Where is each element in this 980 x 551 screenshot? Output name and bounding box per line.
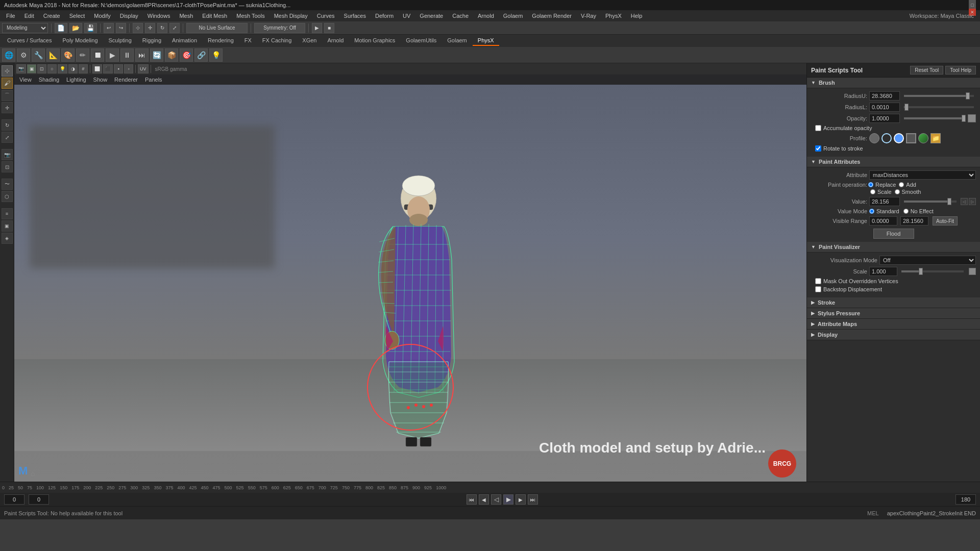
menu-arnold[interactable]: Arnold xyxy=(474,12,498,20)
no-live-surface-button[interactable]: No Live Surface xyxy=(186,23,248,33)
maximize-button[interactable]: □ xyxy=(969,2,976,9)
vp-side-icon[interactable]: ▪ xyxy=(114,64,123,73)
prev-frame-button[interactable]: ◀ xyxy=(479,494,489,505)
shelf-btn-4[interactable]: 📐 xyxy=(46,48,60,62)
lasso-button[interactable]: ⌒ xyxy=(2,90,13,101)
value-decrement[interactable]: ◁ xyxy=(961,198,968,205)
menu-select[interactable]: Select xyxy=(65,12,89,20)
menu-golaem-render[interactable]: Golaem Render xyxy=(528,12,576,20)
symmetry-button[interactable]: Symmetry: Off xyxy=(254,23,305,33)
vp-camera-icon[interactable]: 📷 xyxy=(16,64,26,73)
smooth-option[interactable]: Smooth xyxy=(895,189,921,195)
menu-deform[interactable]: Deform xyxy=(371,12,398,20)
polygon-button[interactable]: ⬡ xyxy=(2,191,13,202)
shelf-btn-9[interactable]: ⏸ xyxy=(120,48,134,62)
menu-create[interactable]: Create xyxy=(39,12,64,20)
skip-to-start-button[interactable]: ⏮ xyxy=(467,494,477,505)
replace-radio[interactable] xyxy=(868,182,873,187)
menu-cache[interactable]: Cache xyxy=(448,12,473,20)
radius-l-input[interactable] xyxy=(869,103,900,112)
radius-u-thumb[interactable] xyxy=(966,92,970,99)
menu-help[interactable]: Help xyxy=(627,12,647,20)
reset-tool-button[interactable]: Reset Tool xyxy=(910,66,943,74)
opacity-slider[interactable] xyxy=(904,117,963,119)
vp-smooth-icon[interactable]: ○ xyxy=(47,64,57,73)
play-button[interactable]: ▶ xyxy=(312,23,322,33)
brush-section-header[interactable]: ▼ Brush xyxy=(807,78,980,88)
shelf-btn-13[interactable]: 🎯 xyxy=(180,48,193,62)
vp-shading-icon[interactable]: ▣ xyxy=(27,64,36,73)
menu-file[interactable]: File xyxy=(2,12,19,20)
scale-radio[interactable] xyxy=(870,189,875,194)
shelf-btn-7[interactable]: 🔲 xyxy=(91,48,104,62)
replace-option[interactable]: Replace xyxy=(868,182,896,188)
value-increment[interactable]: ▷ xyxy=(969,198,976,205)
rotate-tool-button[interactable]: ↻ xyxy=(157,23,167,33)
menu-curves[interactable]: Curves xyxy=(313,12,339,20)
tab-poly-modeling[interactable]: Poly Modeling xyxy=(57,36,103,46)
tool-help-button[interactable]: Tool Help xyxy=(945,66,976,74)
opacity-input[interactable] xyxy=(869,114,900,123)
menu-mesh-display[interactable]: Mesh Display xyxy=(270,12,312,20)
undo-button[interactable]: ↩ xyxy=(104,23,114,33)
tab-animation[interactable]: Animation xyxy=(167,36,202,46)
menu-mesh[interactable]: Mesh xyxy=(175,12,197,20)
vp-wireframe-icon[interactable]: ⊡ xyxy=(37,64,46,73)
stylus-pressure-section-header[interactable]: ▶ Stylus Pressure xyxy=(807,308,980,319)
tab-physx[interactable]: PhysX xyxy=(473,36,499,46)
menu-vray[interactable]: V-Ray xyxy=(577,12,600,20)
shelf-btn-11[interactable]: 🔄 xyxy=(150,48,163,62)
standard-option[interactable]: Standard xyxy=(869,208,899,214)
auto-fit-button[interactable]: Auto-Fit xyxy=(933,216,958,226)
attribute-dropdown[interactable]: maxDistances xyxy=(869,170,976,180)
shelf-btn-8[interactable]: ▶ xyxy=(106,48,119,62)
shelf-btn-3[interactable]: 🔧 xyxy=(32,48,45,62)
shelf-btn-14[interactable]: 🔗 xyxy=(194,48,208,62)
tab-fx[interactable]: FX xyxy=(239,36,257,46)
display-section-header[interactable]: ▶ Display xyxy=(807,330,980,340)
viewport-menu-view[interactable]: View xyxy=(16,77,35,83)
stop-button[interactable]: ■ xyxy=(324,23,334,33)
rotate-to-stroke-checkbox[interactable] xyxy=(815,145,821,152)
menu-edit-mesh[interactable]: Edit Mesh xyxy=(198,12,231,20)
viz-scale-input[interactable] xyxy=(869,267,897,276)
radius-u-input[interactable] xyxy=(869,91,900,101)
open-scene-button[interactable]: 📂 xyxy=(69,23,82,33)
layer-button[interactable]: ≡ xyxy=(2,208,13,219)
vp-shadow-icon[interactable]: ◑ xyxy=(68,64,78,73)
radius-l-slider[interactable] xyxy=(904,106,974,108)
value-slider[interactable] xyxy=(904,201,957,203)
shelf-btn-15[interactable]: 💡 xyxy=(209,48,223,62)
tab-rendering[interactable]: Rendering xyxy=(203,36,239,46)
menu-golaem[interactable]: Golaem xyxy=(499,12,527,20)
rotate-button[interactable]: ↻ xyxy=(2,119,13,131)
profile-gradient[interactable] xyxy=(918,133,928,143)
profile-circle-selected[interactable] xyxy=(894,133,904,143)
attribute-maps-section-header[interactable]: ▶ Attribute Maps xyxy=(807,319,980,330)
render-button[interactable]: ◈ xyxy=(2,233,13,244)
opacity-thumb[interactable] xyxy=(962,115,966,122)
range-min-input[interactable] xyxy=(869,216,897,226)
shelf-btn-2[interactable]: ⚙ xyxy=(17,48,30,62)
vp-uv-icon[interactable]: UV xyxy=(138,64,149,73)
tab-motion-graphics[interactable]: Motion Graphics xyxy=(349,36,400,46)
menu-physx[interactable]: PhysX xyxy=(601,12,626,20)
range-max-input[interactable] xyxy=(900,216,928,226)
shelf-btn-6[interactable]: ✏ xyxy=(76,48,89,62)
viewport[interactable]: 📷 ▣ ⊡ ○ 💡 ◑ # ⬜ ⬛ ▪ ▫ UV sRGB gamma View… xyxy=(14,63,806,482)
add-option[interactable]: Add xyxy=(899,182,916,188)
viewport-menu-show[interactable]: Show xyxy=(90,77,111,83)
tab-golaem-utils[interactable]: GolaemUtils xyxy=(401,36,442,46)
select-tool-button[interactable]: ⊹ xyxy=(133,23,143,33)
tab-arnold[interactable]: Arnold xyxy=(322,36,349,46)
vp-grid-icon[interactable]: # xyxy=(79,64,88,73)
paint-tool-button[interactable]: 🖌 xyxy=(2,78,13,89)
stroke-section-header[interactable]: ▶ Stroke xyxy=(807,297,980,308)
next-frame-button[interactable]: ▶ xyxy=(516,494,526,505)
start-frame-input[interactable] xyxy=(29,494,49,505)
scale-button[interactable]: ⤢ xyxy=(2,132,13,143)
profile-folder[interactable]: 📁 xyxy=(930,133,941,143)
viz-scale-slider[interactable] xyxy=(901,270,964,272)
redo-button[interactable]: ↪ xyxy=(116,23,126,33)
standard-radio[interactable] xyxy=(869,209,874,214)
